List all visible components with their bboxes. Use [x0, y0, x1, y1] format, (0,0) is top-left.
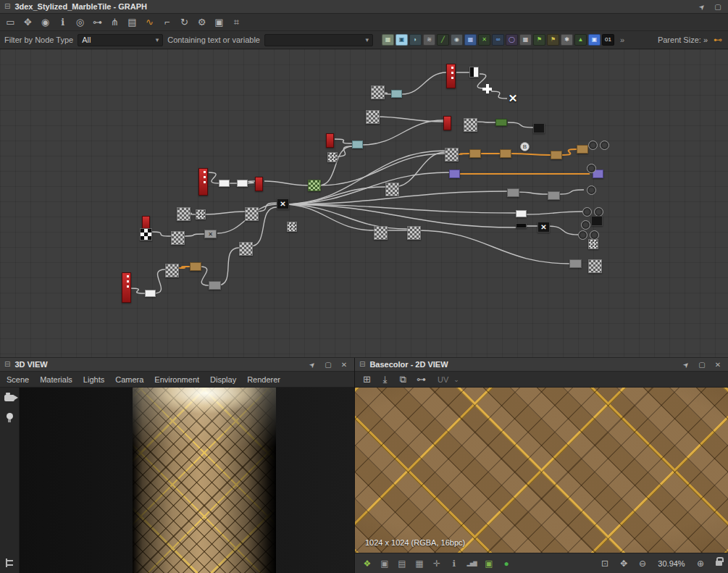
menu-renderer[interactable]: Renderer — [247, 375, 280, 384]
graph-node-red[interactable] — [326, 133, 334, 148]
pin-icon[interactable]: ➤ — [695, 0, 708, 14]
menu-scene[interactable]: Scene — [7, 375, 29, 384]
graph-node-dark[interactable] — [591, 216, 603, 226]
filter-flag-yellow-icon[interactable]: ⚑ — [547, 34, 559, 46]
graph-node-white[interactable] — [145, 290, 156, 297]
graph-node-noise[interactable] — [464, 118, 477, 132]
text-filter-dropdown[interactable]: ▾ — [264, 34, 373, 46]
new-view-icon[interactable]: ⊞ — [359, 372, 375, 387]
graph-node-tan[interactable] — [577, 145, 588, 154]
graph-node-white[interactable] — [237, 180, 248, 187]
graph-canvas[interactable] — [0, 49, 728, 357]
link-view-icon[interactable]: ⊶ — [414, 372, 429, 387]
copy-image-icon[interactable]: ⧉ — [396, 372, 411, 387]
graph-node-noise[interactable] — [385, 183, 399, 196]
graph-node-noise[interactable] — [445, 148, 459, 162]
graph-node-black[interactable] — [516, 223, 527, 228]
graph-node-sq[interactable] — [209, 281, 221, 290]
filter-triangle-icon[interactable]: ▲ — [574, 34, 587, 46]
relink-loop-icon[interactable]: ↻ — [177, 15, 192, 30]
parent-size-label[interactable]: Parent Size: » — [658, 35, 708, 44]
filter-atlas-icon[interactable]: ▦ — [464, 34, 477, 46]
tools-icon[interactable]: ⚙ — [194, 15, 209, 30]
info-icon[interactable]: ℹ — [448, 557, 461, 570]
filter-grid-icon[interactable]: ▦ — [519, 34, 532, 46]
graph-node-noise2[interactable] — [588, 239, 598, 249]
filter-flag-green-icon[interactable]: ⚑ — [533, 34, 545, 46]
grid-icon[interactable]: ▦ — [413, 557, 426, 570]
menu-materials[interactable]: Materials — [40, 375, 72, 384]
background-icon[interactable]: ▣ — [378, 557, 391, 570]
graph-node-checker[interactable] — [140, 228, 152, 241]
graph-node-noise2[interactable] — [196, 209, 206, 219]
menu-camera[interactable]: Camera — [115, 375, 143, 384]
graph-node-darkx[interactable] — [277, 198, 289, 209]
preview-icon[interactable]: ▣ — [482, 557, 495, 570]
graph-node-sq[interactable] — [548, 191, 560, 200]
filter-blend-icon[interactable]: ◗ — [409, 34, 422, 46]
graph-node-dark[interactable] — [533, 123, 545, 133]
maximize-icon[interactable]: ▢ — [712, 3, 724, 11]
graph-node-noise[interactable] — [245, 207, 259, 221]
graph-node-sq[interactable] — [569, 259, 582, 268]
graph-node-redtall[interactable] — [198, 168, 208, 196]
graph-node-out[interactable] — [587, 185, 596, 195]
connector-icon[interactable]: ⊷ — [712, 35, 724, 45]
graph-node-noise[interactable] — [374, 226, 388, 240]
camera-icon[interactable] — [4, 395, 14, 401]
graph-node-xbig[interactable] — [507, 93, 519, 104]
graph-node-teal[interactable] — [391, 90, 402, 98]
graph-node-out[interactable] — [588, 141, 598, 150]
graph-node-sq[interactable] — [507, 188, 519, 197]
close-icon[interactable]: ✕ — [712, 361, 724, 369]
graph-node-noise[interactable] — [371, 85, 385, 99]
graph-node-out[interactable] — [587, 164, 596, 173]
screenshot-icon[interactable]: ◉ — [38, 15, 53, 30]
view3d-viewport[interactable] — [20, 388, 354, 573]
filter-warp-icon[interactable]: ◉ — [451, 34, 463, 46]
selection-tool-icon[interactable]: ▭ — [3, 15, 18, 30]
graph-node-noise[interactable] — [239, 242, 253, 256]
graph-node-gnoise[interactable] — [308, 180, 321, 191]
graph-node-tan[interactable] — [469, 149, 481, 158]
graph-node-noise2[interactable] — [327, 152, 338, 162]
graph-node-circ[interactable] — [520, 142, 530, 151]
graph-node-redtall[interactable] — [446, 64, 456, 88]
save-image-icon[interactable]: ⤓ — [377, 372, 393, 387]
graph-node-plus[interactable] — [482, 84, 492, 93]
comment-icon[interactable]: ▤ — [125, 15, 140, 30]
graph-node-red[interactable] — [255, 177, 263, 191]
graph-node-purple[interactable] — [449, 170, 460, 178]
info-icon[interactable]: ℹ — [55, 15, 70, 30]
fit-view-icon[interactable]: ⊡ — [598, 557, 611, 570]
graph-node-bw[interactable] — [469, 67, 479, 78]
zoom-icon[interactable]: ◎ — [72, 15, 88, 30]
filter-link-icon[interactable]: ∞ — [492, 34, 504, 46]
outline-tree-icon[interactable] — [6, 559, 14, 567]
filter-svg-icon[interactable]: ▣ — [396, 34, 408, 46]
graph-node-tan[interactable] — [551, 151, 562, 159]
menu-display[interactable]: Display — [210, 375, 236, 384]
graph-node-teal[interactable] — [352, 141, 363, 149]
maximize-icon[interactable]: ▢ — [696, 361, 708, 369]
graph-node-green[interactable] — [495, 119, 507, 126]
highlight-link-icon[interactable]: ∿ — [142, 15, 157, 30]
pin-icon[interactable]: ➤ — [305, 357, 319, 371]
channels-icon[interactable]: ❖ — [361, 557, 374, 570]
graph-node-noise[interactable] — [165, 264, 179, 277]
graph-node-noise[interactable] — [177, 207, 191, 221]
graph-node-redtall[interactable] — [122, 272, 131, 303]
graph-node-out[interactable] — [581, 220, 590, 230]
graph-node-darkx[interactable] — [537, 222, 550, 233]
filter-blur-icon[interactable]: ≋ — [423, 34, 435, 46]
graph-node-sqx[interactable] — [204, 230, 217, 238]
graph-node-noise[interactable] — [407, 226, 421, 240]
filter-slope-icon[interactable]: ╱ — [437, 34, 449, 46]
split-node-icon[interactable]: ⋔ — [107, 15, 122, 30]
create-link-icon[interactable]: ⊶ — [90, 15, 105, 30]
lock-icon[interactable] — [716, 561, 722, 566]
uv-mode-label[interactable]: UV — [438, 375, 448, 384]
filter-binary-icon[interactable]: 01 — [602, 34, 614, 46]
filter-bitmap-icon[interactable]: ▦ — [382, 34, 394, 46]
menu-lights[interactable]: Lights — [83, 375, 104, 384]
